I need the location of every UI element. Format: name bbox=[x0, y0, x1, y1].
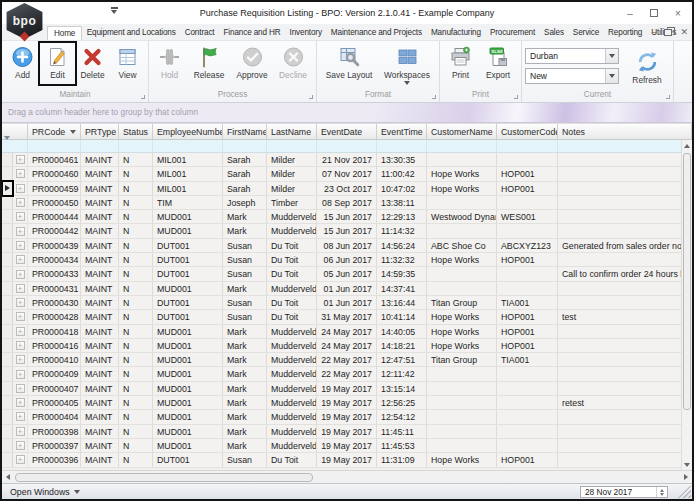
cell-customercode[interactable] bbox=[497, 439, 558, 452]
tab-manufacturing[interactable]: Manufacturing bbox=[426, 26, 485, 40]
row-expand-button[interactable]: + bbox=[13, 153, 28, 166]
cell-prtype[interactable]: MAINT bbox=[81, 353, 119, 366]
cell-notes[interactable] bbox=[558, 353, 692, 366]
row-expand-button[interactable]: + bbox=[13, 310, 28, 323]
cell-prtype[interactable]: MAINT bbox=[81, 310, 119, 323]
cell-employeenumber[interactable]: MUD001 bbox=[153, 382, 223, 395]
cell-notes[interactable] bbox=[558, 425, 692, 438]
row-indicator[interactable] bbox=[2, 253, 13, 266]
mdi-minimize-icon[interactable]: – bbox=[651, 26, 656, 39]
row-indicator[interactable] bbox=[2, 453, 13, 466]
grid-row-PR0000444[interactable]: +PR0000444MAINTNMUD001MarkMudderveld15 J… bbox=[2, 210, 692, 224]
cell-customername[interactable]: Westwood Dynamic bbox=[427, 210, 497, 223]
cell-status[interactable]: N bbox=[119, 267, 153, 280]
cell-eventtime[interactable]: 11:32:32 bbox=[377, 253, 427, 266]
cell-prtype[interactable]: MAINT bbox=[81, 282, 119, 295]
cell-lastname[interactable]: Mudderveld bbox=[267, 282, 317, 295]
grid-row-PR0000410[interactable]: +PR0000410MAINTNMUD001MarkMudderveld22 M… bbox=[2, 353, 692, 367]
row-expand-button[interactable]: + bbox=[13, 353, 28, 366]
report-date-field[interactable]: 28 Nov 2017 bbox=[580, 486, 668, 498]
cell-firstname[interactable]: Mark bbox=[223, 210, 267, 223]
cell-lastname[interactable]: Du Toit bbox=[267, 267, 317, 280]
cell-eventdate[interactable]: 19 May 2017 bbox=[317, 439, 377, 452]
row-indicator[interactable] bbox=[2, 210, 13, 223]
cell-prcode[interactable]: PR0000409 bbox=[28, 367, 81, 380]
site-select-dropdown-icon[interactable] bbox=[605, 49, 618, 63]
row-expand-button[interactable]: + bbox=[13, 296, 28, 309]
site-select[interactable]: Durban bbox=[525, 48, 619, 64]
filter-cell-eventdate[interactable] bbox=[317, 140, 377, 152]
cell-status[interactable]: N bbox=[119, 224, 153, 237]
cell-eventdate[interactable]: 01 Jun 2017 bbox=[317, 282, 377, 295]
cell-status[interactable]: N bbox=[119, 453, 153, 466]
row-expand-button[interactable]: + bbox=[13, 382, 28, 395]
cell-customername[interactable]: Hope Works bbox=[427, 453, 497, 466]
mdi-close-icon[interactable]: ✕ bbox=[680, 26, 688, 39]
refresh-button[interactable]: Refresh bbox=[624, 48, 670, 85]
cell-customercode[interactable]: TIA001 bbox=[497, 353, 558, 366]
cell-eventtime[interactable]: 14:37:41 bbox=[377, 282, 427, 295]
column-header-firstname[interactable]: FirstName bbox=[223, 124, 267, 139]
cell-employeenumber[interactable]: MUD001 bbox=[153, 210, 223, 223]
cell-prcode[interactable]: PR0000431 bbox=[28, 282, 81, 295]
cell-status[interactable]: N bbox=[119, 325, 153, 338]
cell-customername[interactable] bbox=[427, 439, 497, 452]
cell-employeenumber[interactable]: DUT001 bbox=[153, 239, 223, 252]
row-indicator[interactable] bbox=[2, 153, 13, 166]
cell-employeenumber[interactable]: DUT001 bbox=[153, 310, 223, 323]
grid-row-PR0000407[interactable]: +PR0000407MAINTNMUD001MarkMudderveld19 M… bbox=[2, 382, 692, 396]
cell-prtype[interactable]: MAINT bbox=[81, 425, 119, 438]
cell-notes[interactable] bbox=[558, 325, 692, 338]
row-indicator[interactable] bbox=[2, 425, 13, 438]
cell-notes[interactable] bbox=[558, 210, 692, 223]
cell-notes[interactable] bbox=[558, 253, 692, 266]
cell-eventdate[interactable]: 19 May 2017 bbox=[317, 396, 377, 409]
cell-employeenumber[interactable]: DUT001 bbox=[153, 296, 223, 309]
cell-notes[interactable] bbox=[558, 367, 692, 380]
status-select-dropdown-icon[interactable] bbox=[605, 69, 618, 83]
grid-row-PR0000398[interactable]: +PR0000398MAINTNMUD001MarkMudderveld19 M… bbox=[2, 425, 692, 439]
quick-access-dropdown-icon[interactable] bbox=[108, 5, 120, 17]
cell-employeenumber[interactable]: MUD001 bbox=[153, 396, 223, 409]
cell-notes[interactable]: retest bbox=[558, 396, 692, 409]
cell-prtype[interactable]: MAINT bbox=[81, 224, 119, 237]
cell-eventdate[interactable]: 08 Sep 2017 bbox=[317, 196, 377, 209]
cell-notes[interactable] bbox=[558, 153, 692, 166]
grid-row-PR0000461[interactable]: +PR0000461MAINTNMIL001SarahMilder21 Nov … bbox=[2, 153, 692, 167]
cell-customercode[interactable] bbox=[497, 425, 558, 438]
cell-eventdate[interactable]: 01 Jun 2017 bbox=[317, 296, 377, 309]
add-button[interactable]: Add bbox=[5, 43, 40, 80]
scroll-down-icon[interactable] bbox=[682, 459, 692, 470]
column-header-employeenumber[interactable]: EmployeeNumber bbox=[153, 124, 223, 139]
cell-employeenumber[interactable]: MUD001 bbox=[153, 425, 223, 438]
cell-prtype[interactable]: MAINT bbox=[81, 410, 119, 423]
save-layout-button[interactable]: Save Layout bbox=[320, 43, 378, 80]
release-button[interactable]: Release bbox=[187, 43, 231, 80]
cell-notes[interactable] bbox=[558, 410, 692, 423]
tab-home[interactable]: Home bbox=[47, 26, 82, 40]
cell-customercode[interactable] bbox=[497, 267, 558, 280]
cell-eventtime[interactable]: 11:45:53 bbox=[377, 439, 427, 452]
cell-notes[interactable] bbox=[558, 439, 692, 452]
cell-firstname[interactable]: Mark bbox=[223, 325, 267, 338]
minimize-icon[interactable]: – bbox=[618, 2, 642, 24]
cell-customercode[interactable] bbox=[497, 196, 558, 209]
date-spinner[interactable] bbox=[656, 487, 667, 497]
cell-firstname[interactable]: Sarah bbox=[223, 182, 267, 195]
grid-row-PR0000439[interactable]: +PR0000439MAINTNDUT001SusanDu Toit08 Jun… bbox=[2, 239, 692, 253]
cell-lastname[interactable]: Mudderveld bbox=[267, 367, 317, 380]
cell-status[interactable]: N bbox=[119, 210, 153, 223]
vertical-scrollbar-thumb[interactable] bbox=[683, 153, 691, 410]
cell-employeenumber[interactable]: MIL001 bbox=[153, 153, 223, 166]
cell-status[interactable]: N bbox=[119, 167, 153, 180]
cell-prtype[interactable]: MAINT bbox=[81, 239, 119, 252]
cell-eventtime[interactable]: 12:29:13 bbox=[377, 210, 427, 223]
horizontal-scrollbar[interactable] bbox=[2, 470, 692, 483]
cell-eventtime[interactable]: 14:40:05 bbox=[377, 325, 427, 338]
row-indicator[interactable] bbox=[2, 353, 13, 366]
filter-cell-prcode[interactable] bbox=[28, 140, 81, 152]
cell-notes[interactable]: test bbox=[558, 310, 692, 323]
cell-firstname[interactable]: Mark bbox=[223, 382, 267, 395]
cell-eventtime[interactable]: 12:11:42 bbox=[377, 367, 427, 380]
cell-lastname[interactable]: Du Toit bbox=[267, 239, 317, 252]
